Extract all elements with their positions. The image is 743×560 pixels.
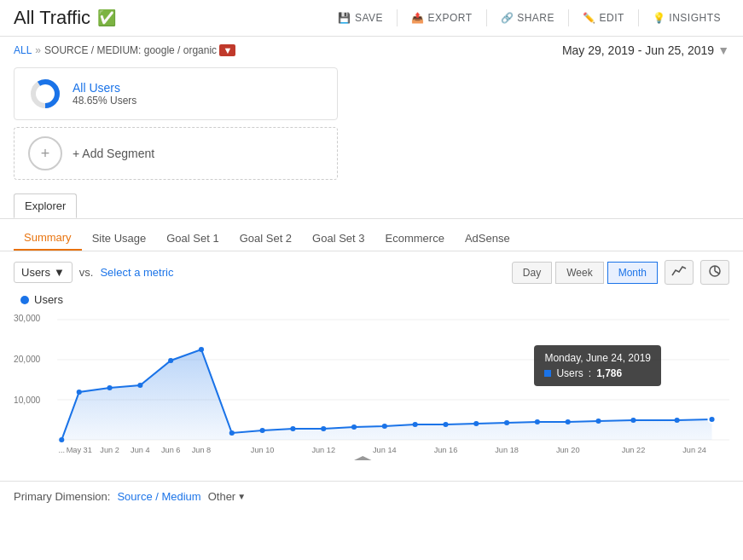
svg-text:Jun 18: Jun 18 xyxy=(495,446,519,454)
svg-point-14 xyxy=(77,390,82,395)
divider xyxy=(397,9,398,26)
svg-text:Jun 14: Jun 14 xyxy=(373,446,397,454)
other-dimension-dropdown[interactable]: Other ▼ xyxy=(208,490,246,503)
svg-text:20,000: 20,000 xyxy=(14,355,41,364)
vs-label: vs. xyxy=(79,266,94,279)
dropdown-arrow-icon: ▼ xyxy=(54,266,65,279)
share-icon: 🔗 xyxy=(501,12,514,24)
export-button[interactable]: 📤 EXPORT xyxy=(403,7,481,29)
source-medium-dropdown[interactable]: ▼ xyxy=(219,44,235,56)
tab-goal-set-1[interactable]: Goal Set 1 xyxy=(156,227,229,250)
sub-tabs: Summary Site Usage Goal Set 1 Goal Set 2… xyxy=(0,219,743,251)
svg-line-4 xyxy=(715,271,719,274)
svg-point-30 xyxy=(566,419,571,424)
svg-point-16 xyxy=(137,383,142,388)
header-left: All Traffic ✅ xyxy=(14,7,116,29)
header-actions: 💾 SAVE 📤 EXPORT 🔗 SHARE ✏️ EDIT 💡 INSIGH… xyxy=(329,7,729,29)
add-segment-button[interactable]: + + Add Segment xyxy=(14,127,338,180)
svg-point-31 xyxy=(595,419,601,424)
svg-text:Jun 12: Jun 12 xyxy=(311,446,335,454)
svg-text:...: ... xyxy=(58,446,65,454)
date-range-picker[interactable]: May 29, 2019 - Jun 25, 2019 ▼ xyxy=(562,43,729,57)
legend-label: Users xyxy=(34,293,63,306)
metric-dropdown[interactable]: Users ▼ xyxy=(14,262,73,283)
edit-button[interactable]: ✏️ EDIT xyxy=(574,7,633,29)
insights-icon: 💡 xyxy=(653,12,666,24)
svg-point-20 xyxy=(260,428,265,433)
export-icon: 📤 xyxy=(411,12,425,24)
date-range-arrow: ▼ xyxy=(717,43,729,57)
divider xyxy=(486,9,487,26)
tab-site-usage[interactable]: Site Usage xyxy=(82,227,157,250)
svg-text:Jun 22: Jun 22 xyxy=(622,446,646,454)
tab-explorer[interactable]: Explorer xyxy=(14,193,77,218)
svg-text:10,000: 10,000 xyxy=(14,395,41,405)
tab-ecommerce[interactable]: Ecommerce xyxy=(375,227,455,250)
add-segment-icon: + xyxy=(28,136,62,170)
chart-legend: Users xyxy=(14,293,729,306)
svg-point-29 xyxy=(535,419,540,424)
svg-point-13 xyxy=(59,437,64,442)
week-button[interactable]: Week xyxy=(555,262,603,284)
segments-area: All Users 48.65% Users + + Add Segment xyxy=(0,61,743,187)
svg-text:Jun 16: Jun 16 xyxy=(434,446,458,454)
segment-card: All Users 48.65% Users xyxy=(14,67,338,120)
save-button[interactable]: 💾 SAVE xyxy=(329,7,392,29)
save-icon: 💾 xyxy=(338,12,351,24)
breadcrumb-all-link[interactable]: ALL xyxy=(14,44,32,56)
legend-dot xyxy=(20,296,29,304)
svg-point-32 xyxy=(630,418,636,423)
insights-button[interactable]: 💡 INSIGHTS xyxy=(644,7,729,29)
line-chart-icon xyxy=(672,265,686,277)
chart-controls-right: Day Week Month xyxy=(512,260,729,285)
svg-point-15 xyxy=(107,385,112,390)
primary-dimension: Primary Dimension: Source / Medium Other… xyxy=(0,481,743,511)
svg-point-28 xyxy=(504,420,509,425)
segment-name[interactable]: All Users xyxy=(73,81,136,95)
segment-percentage: 48.65% Users xyxy=(73,95,136,107)
edit-icon: ✏️ xyxy=(583,12,596,24)
breadcrumb: ALL » SOURCE / MEDIUM: google / organic … xyxy=(14,44,235,56)
svg-point-18 xyxy=(199,347,204,352)
breadcrumb-row: ALL » SOURCE / MEDIUM: google / organic … xyxy=(0,37,743,61)
svg-point-27 xyxy=(473,421,479,426)
chart-svg: 30,000 20,000 10,000 xyxy=(14,311,729,465)
svg-text:30,000: 30,000 xyxy=(14,314,41,323)
svg-point-26 xyxy=(443,422,448,427)
svg-marker-49 xyxy=(354,456,371,460)
svg-text:Jun 6: Jun 6 xyxy=(161,446,181,454)
svg-point-33 xyxy=(675,418,680,423)
svg-point-25 xyxy=(413,422,418,427)
primary-dimension-value[interactable]: Source / Medium xyxy=(117,490,200,503)
header: All Traffic ✅ 💾 SAVE 📤 EXPORT 🔗 SHARE ✏️… xyxy=(0,0,743,37)
add-segment-label: + Add Segment xyxy=(73,147,154,160)
svg-point-34 xyxy=(708,416,715,423)
tab-goal-set-2[interactable]: Goal Set 2 xyxy=(229,227,302,250)
divider xyxy=(568,9,569,26)
tab-goal-set-3[interactable]: Goal Set 3 xyxy=(302,227,374,250)
tab-summary[interactable]: Summary xyxy=(14,226,82,251)
line-chart-button[interactable] xyxy=(665,260,694,285)
svg-point-22 xyxy=(321,426,326,431)
day-button[interactable]: Day xyxy=(512,262,552,284)
svg-text:Jun 20: Jun 20 xyxy=(556,446,580,454)
breadcrumb-separator: » xyxy=(35,44,41,56)
pie-chart-button[interactable] xyxy=(700,260,729,285)
divider xyxy=(638,9,639,26)
svg-text:Jun 10: Jun 10 xyxy=(251,446,275,454)
tab-adsense[interactable]: AdSense xyxy=(455,227,520,250)
month-button[interactable]: Month xyxy=(607,262,658,284)
verified-icon: ✅ xyxy=(97,9,116,27)
pie-chart-icon xyxy=(708,265,722,277)
segment-info: All Users 48.65% Users xyxy=(73,81,136,107)
primary-dimension-label: Primary Dimension: xyxy=(14,490,110,503)
svg-text:Jun 4: Jun 4 xyxy=(131,446,150,454)
svg-point-19 xyxy=(229,430,235,436)
svg-point-21 xyxy=(290,426,295,431)
svg-point-17 xyxy=(168,358,173,363)
page-title: All Traffic xyxy=(14,7,90,29)
line-chart-svg: 30,000 20,000 10,000 xyxy=(14,311,729,456)
chart-controls-left: Users ▼ vs. Select a metric xyxy=(14,262,173,283)
share-button[interactable]: 🔗 SHARE xyxy=(492,7,563,29)
select-metric-link[interactable]: Select a metric xyxy=(100,266,173,279)
